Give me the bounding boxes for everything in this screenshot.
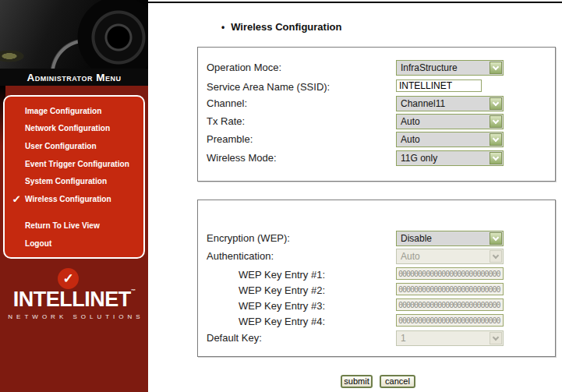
encryption-select[interactable]: Disable: [396, 231, 504, 246]
wep-key-3-input: [396, 298, 504, 311]
wireless-settings-group: Operation Moce: InfraStructure Service A…: [197, 47, 556, 182]
logo-check-glyph: ✓: [62, 270, 73, 287]
chevron-down-icon: [493, 334, 499, 340]
sidebar: Administrator Menu Image Configuration N…: [0, 0, 148, 392]
page-title-text: Wireless Configuration: [231, 21, 341, 33]
sidebar-item-logout[interactable]: Logout: [25, 238, 51, 249]
channel-select[interactable]: Channel11: [396, 96, 504, 111]
operation-mode-label: Operation Moce:: [207, 61, 281, 75]
preamble-value: Auto: [401, 134, 420, 145]
wep-key-1-label: WEP Key Entry #1:: [239, 268, 325, 282]
logo-tagline: NETWORK SOLUTIONS: [0, 313, 148, 320]
sidebar-item-wireless-configuration[interactable]: ✓Wireless Configuration: [25, 194, 111, 205]
preamble-label: Preamble:: [207, 132, 253, 147]
dropdown-button[interactable]: [490, 152, 502, 164]
tx-rate-select[interactable]: Auto: [396, 114, 504, 129]
dropdown-button: [490, 332, 502, 344]
main-content: •Wireless Configuration Operation Moce: …: [148, 0, 562, 392]
sidebar-item-label: Wireless Configuration: [25, 194, 111, 203]
ssid-input[interactable]: [396, 79, 482, 92]
sidebar-item-network-configuration[interactable]: Network Configuration: [25, 123, 110, 134]
logo-checkmark-icon: ✓: [58, 268, 79, 289]
encryption-value: Disable: [401, 233, 432, 244]
security-settings-group: Encryption (WEP): Disable Authentication…: [197, 200, 556, 357]
wep-key-1-input: [396, 267, 504, 280]
logo-text: INTELLINET™: [0, 288, 148, 312]
chevron-down-icon: [493, 99, 499, 105]
chevron-down-icon: [493, 154, 499, 160]
submit-button[interactable]: submit: [341, 375, 373, 388]
chevron-down-icon: [493, 234, 499, 240]
operation-mode-value: InfraStructure: [401, 62, 458, 73]
authentication-select: Auto: [396, 249, 504, 264]
dropdown-button[interactable]: [490, 62, 502, 74]
bullet-icon: •: [221, 22, 224, 33]
admin-menu-title: Administrator Menu: [0, 69, 148, 86]
dropdown-button[interactable]: [490, 115, 502, 128]
admin-menu-panel: Image Configuration Network Configuratio…: [3, 95, 145, 259]
sidebar-item-user-configuration[interactable]: User Configuration: [25, 141, 97, 152]
camera-photo-image: [0, 0, 148, 69]
chevron-down-icon: [493, 117, 499, 123]
chevron-down-icon: [493, 135, 499, 141]
default-key-value: 1: [401, 333, 406, 344]
page-title: •Wireless Configuration: [221, 21, 341, 33]
wep-key-3-label: WEP Key Entry #3:: [239, 299, 325, 313]
dropdown-button[interactable]: [490, 97, 502, 110]
wep-key-2-input: [396, 283, 504, 295]
intellinet-logo: ✓ INTELLINET™ NETWORK SOLUTIONS: [0, 265, 148, 327]
checkmark-icon: ✓: [12, 193, 21, 205]
sidebar-item-return-to-live-view[interactable]: Return To Live View: [25, 221, 100, 231]
sidebar-item-event-trigger-configuration[interactable]: Event Trigger Configuration: [25, 159, 129, 170]
channel-value: Channel11: [401, 98, 445, 109]
wep-key-4-label: WEP Key Entry #4:: [239, 315, 325, 329]
authentication-value: Auto: [401, 251, 420, 262]
wireless-mode-select[interactable]: 11G only: [396, 150, 504, 166]
operation-mode-select[interactable]: InfraStructure: [396, 60, 504, 76]
chevron-down-icon: [493, 252, 499, 258]
default-key-select: 1: [396, 330, 504, 346]
default-key-label: Default Key:: [207, 331, 262, 345]
encryption-label: Encryption (WEP):: [207, 231, 290, 245]
authentication-label: Authentication:: [207, 249, 274, 263]
wep-key-4-input: [396, 314, 504, 327]
dropdown-button[interactable]: [490, 133, 502, 146]
wireless-mode-label: Wireless Mode:: [207, 151, 277, 165]
trademark-symbol: ™: [131, 288, 136, 293]
top-divider: [148, 2, 562, 3]
dropdown-button[interactable]: [490, 232, 502, 245]
ssid-label: Service Area Name (SSID):: [207, 80, 330, 94]
wep-key-2-label: WEP Key Entry #2:: [239, 284, 325, 298]
tx-rate-value: Auto: [401, 116, 420, 127]
wireless-mode-value: 11G only: [401, 153, 437, 164]
dropdown-button: [490, 250, 502, 263]
channel-label: Channel:: [207, 97, 247, 111]
tx-rate-label: Tx Rate:: [207, 115, 245, 129]
sidebar-item-system-configuration[interactable]: System Configuration: [25, 176, 107, 187]
cancel-button[interactable]: cancel: [380, 375, 415, 388]
sidebar-item-image-configuration[interactable]: Image Configuration: [25, 106, 101, 117]
logo-name-text: INTELLINET: [13, 288, 131, 311]
chevron-down-icon: [493, 63, 499, 69]
page: Administrator Menu Image Configuration N…: [0, 0, 562, 392]
preamble-select[interactable]: Auto: [396, 132, 504, 147]
